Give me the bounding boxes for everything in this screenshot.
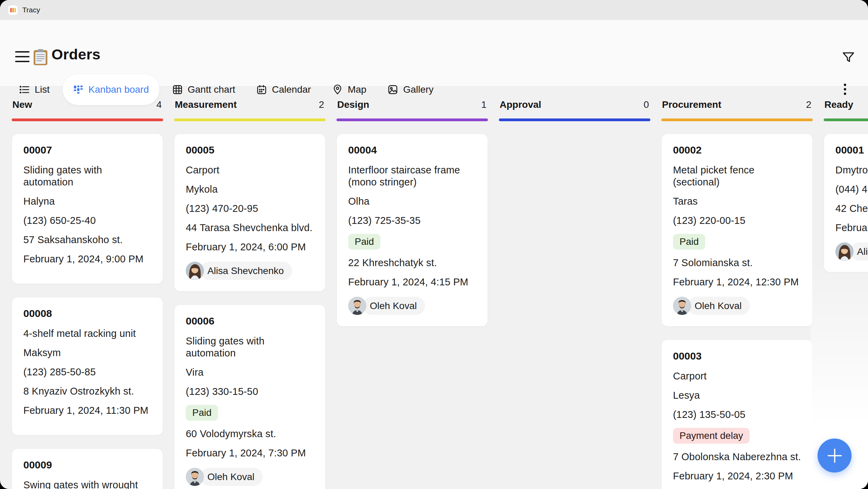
order-datetime: February 1, 2024, 11:30 PM [23, 405, 151, 417]
order-address: 44 Tarasa Shevchenka blvd. [186, 222, 314, 234]
order-title: Carport [186, 164, 314, 176]
assignee-chip: Oleh Koval [186, 468, 314, 486]
avatar [186, 262, 204, 280]
order-address: 22 Khreshchatyk st. [348, 257, 476, 269]
order-id: 00006 [186, 315, 314, 327]
status-badge: Payment delay [673, 428, 750, 444]
order-id: 00009 [23, 459, 151, 471]
order-card[interactable]: 00001 Dmytro (044) 4 42 Che Februa Alis [824, 134, 868, 272]
assignee-name: Oleh Koval [201, 468, 263, 486]
column-title: Approval [500, 99, 541, 110]
column-title: Ready [824, 99, 853, 110]
client-phone: (123) 470-20-95 [186, 203, 314, 215]
kanban-column-design: Design 1 00004 Interfloor staircase fram… [336, 86, 488, 489]
kanban-column-measurement: Measurement 2 00005 Carport Mykola (123)… [174, 86, 326, 489]
column-title: Design [337, 99, 369, 110]
order-address: 7 Solomianska st. [673, 257, 801, 269]
column-cards: 00002 Metal picket fence (sectional) Tar… [661, 134, 813, 489]
assignee-name: Oleh Koval [688, 297, 750, 315]
column-color-bar [499, 118, 650, 121]
column-cards: 00007 Sliding gates with automation Haly… [12, 134, 163, 489]
column-cards: 00004 Interfloor staircase frame (mono s… [336, 134, 488, 327]
assignee-name: Oleh Koval [363, 297, 425, 315]
order-title: 4-shelf metal racking unit [23, 328, 151, 340]
assignee-chip: Alis [835, 242, 868, 261]
avatar [673, 297, 691, 315]
order-card[interactable]: 00007 Sliding gates with automation Haly… [12, 134, 163, 284]
app-name: Tracy [22, 6, 40, 14]
order-datetime: Februa [835, 222, 868, 234]
client-phone: (123) 135-50-05 [673, 409, 801, 421]
column-title: Measurement [175, 99, 237, 110]
column-color-bar [336, 118, 488, 121]
order-address: 7 Obolonska Naberezhna st. [673, 451, 801, 463]
hamburger-menu-button[interactable] [15, 51, 30, 62]
order-address: 60 Volodymyrska st. [186, 428, 314, 440]
column-color-bar [12, 118, 163, 121]
client-name: Mykola [186, 183, 314, 195]
order-title: Metal picket fence (sectional) [673, 164, 801, 188]
order-id: 00005 [186, 144, 314, 156]
column-cards: 00001 Dmytro (044) 4 42 Che Februa Alis [824, 134, 868, 272]
plus-icon [827, 448, 843, 464]
order-card[interactable]: 00006 Sliding gates with automation Vira… [174, 305, 326, 489]
order-datetime: February 1, 2024, 4:15 PM [348, 276, 476, 288]
app-logo [8, 5, 18, 15]
order-datetime: February 1, 2024, 7:30 PM [186, 447, 314, 459]
kanban-column-new: New 4 00007 Sliding gates with automatio… [12, 86, 163, 489]
page-header: Orders List Kanban board Gantt chart Cal… [0, 20, 868, 87]
column-count: 0 [643, 99, 649, 110]
order-title: Interfloor staircase frame (mono stringe… [348, 164, 476, 188]
order-address: 8 Knyaziv Ostrozkykh st. [23, 385, 151, 397]
order-card[interactable]: 00003 Carport Lesya (123) 135-50-05 Paym… [661, 340, 813, 489]
client-name: Maksym [23, 347, 151, 359]
status-badge: Paid [348, 234, 380, 250]
order-card[interactable]: 00009 Swing gates with wrought iron elem… [12, 448, 163, 489]
column-color-bar [661, 118, 813, 121]
avatar [348, 297, 366, 315]
fab-add-order-button[interactable] [818, 439, 852, 473]
column-title: New [12, 99, 32, 110]
column-count: 2 [806, 99, 811, 110]
order-address: 57 Saksahanskoho st. [23, 234, 151, 246]
system-top-bar: Tracy [0, 0, 868, 20]
column-count: 1 [481, 99, 487, 110]
client-name: Halyna [23, 195, 151, 207]
order-card[interactable]: 00005 Carport Mykola (123) 470-20-95 44 … [174, 134, 326, 292]
clipboard-icon [33, 49, 48, 66]
client-phone: (123) 220-00-15 [673, 215, 801, 227]
client-name: Olha [348, 195, 476, 207]
assignee-chip: Oleh Koval [348, 297, 476, 315]
avatar [186, 468, 204, 486]
status-badge: Paid [186, 405, 218, 421]
column-cards: 00005 Carport Mykola (123) 470-20-95 44 … [174, 134, 326, 489]
order-id: 00002 [673, 144, 801, 156]
client-name: Taras [673, 195, 801, 207]
client-name: Dmytro [835, 164, 868, 176]
column-count: 4 [156, 99, 162, 110]
order-datetime: February 1, 2024, 9:00 PM [23, 253, 151, 265]
assignee-chip: Oleh Koval [673, 297, 801, 315]
column-title: Procurement [662, 99, 721, 110]
order-datetime: February 1, 2024, 2:30 PM [673, 470, 801, 482]
order-id: 00003 [673, 350, 801, 362]
column-color-bar [174, 118, 326, 121]
assignee-chip: Alisa Shevchenko [186, 262, 314, 280]
order-id: 00008 [23, 308, 151, 319]
order-card[interactable]: 00002 Metal picket fence (sectional) Tar… [661, 134, 813, 327]
order-id: 00007 [23, 144, 151, 156]
assignee-name: Alisa Shevchenko [201, 262, 292, 280]
filter-button[interactable] [842, 50, 856, 64]
status-badge: Paid [673, 234, 705, 250]
client-phone: (123) 330-15-50 [186, 386, 314, 398]
column-count: 2 [319, 99, 324, 110]
column-color-bar [824, 118, 868, 121]
order-id: 00001 [835, 144, 868, 156]
order-card[interactable]: 00008 4-shelf metal racking unit Maksym … [12, 297, 163, 435]
client-name: Lesya [673, 389, 801, 401]
app-window: Tracy Orders List [0, 0, 868, 489]
client-phone: (123) 650-25-40 [23, 215, 151, 227]
order-card[interactable]: 00004 Interfloor staircase frame (mono s… [336, 134, 488, 327]
order-datetime: February 1, 2024, 12:30 PM [673, 276, 801, 288]
kanban-column-procurement: Procurement 2 00002 Metal picket fence (… [661, 86, 813, 489]
